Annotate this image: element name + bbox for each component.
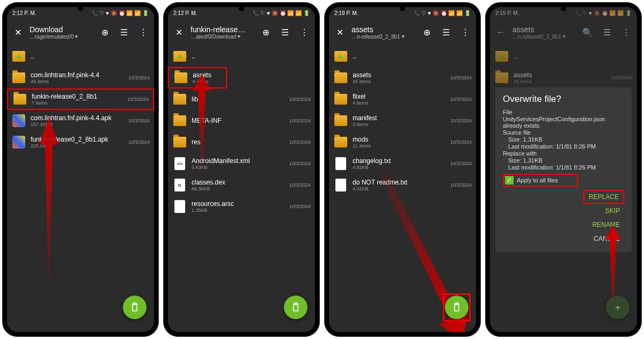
- status-time: 2:12 P. M.: [173, 10, 197, 16]
- list-item[interactable]: mods11 items 10/3/2024: [329, 131, 476, 153]
- repl-mod: Last modification: 1/1/81 8:26 PM: [503, 164, 624, 171]
- apply-all-row[interactable]: ✓ Apply to all files: [503, 174, 578, 187]
- list-item-up[interactable]: ..: [329, 46, 476, 67]
- overflow-icon[interactable]: ⋮: [297, 25, 312, 40]
- folder-icon: [12, 72, 25, 83]
- back-icon[interactable]: ←: [493, 25, 508, 40]
- checkbox-checked-icon[interactable]: ✓: [505, 176, 514, 185]
- folder-icon: [173, 94, 186, 105]
- list-item-highlighted[interactable]: assets6 items: [168, 67, 227, 89]
- title: Download: [30, 25, 93, 34]
- title-wrap[interactable]: assets …n-release0_2_8b1: [513, 25, 576, 40]
- overflow-icon[interactable]: ⋮: [458, 25, 473, 40]
- list-item-up[interactable]: ..: [490, 46, 637, 67]
- file-icon: [174, 200, 185, 213]
- folder-icon: [334, 72, 347, 83]
- chevron-down-icon: [401, 35, 405, 38]
- title-wrap[interactable]: assets …n-release0_2_8b1: [352, 25, 415, 40]
- list-item[interactable]: res 10/3/2024: [168, 131, 315, 153]
- subtitle: …n-release0_2_8b1: [352, 34, 415, 40]
- file-icon: [335, 179, 346, 191]
- cancel-button[interactable]: CANCEL: [589, 232, 624, 246]
- paste-fab[interactable]: [284, 296, 308, 319]
- camera-punch: [239, 6, 244, 11]
- phone-3: 2:19 P. M. 📞 ♡ ♥ 🔕 ⏰ 📶 📶 🔋 ✕ assets …n-r…: [324, 2, 481, 337]
- folder-up-icon: [495, 51, 508, 62]
- dialog-title: Overwrite file?: [503, 94, 624, 105]
- list-item[interactable]: changelog.txt4.82KB 10/3/2024: [329, 153, 476, 174]
- title: funkin-release…: [191, 25, 254, 34]
- list-item[interactable]: META-INF 10/3/2024: [168, 110, 315, 131]
- repl-size: Size: 1.31KB: [503, 157, 624, 164]
- status-time: 2:12 P. M.: [12, 10, 36, 16]
- status-icons: 📞 ♡ ♥ 🔕 ⏰ 📶 📶 🔋: [253, 10, 310, 16]
- list-item[interactable]: assets25 items 10/3/2024: [490, 67, 637, 89]
- title: assets: [513, 25, 576, 34]
- subtitle: …n-release0_2_8b1: [513, 34, 576, 40]
- replace-button[interactable]: REPLACE: [583, 190, 624, 204]
- add-icon[interactable]: ⊕: [419, 25, 434, 40]
- list-view-icon[interactable]: ☰: [116, 25, 131, 40]
- list-item[interactable]: com.linhtran.fnf.pink-4.445 items 10/3/2…: [7, 67, 154, 89]
- folder-icon: [334, 94, 347, 105]
- skip-button[interactable]: SKIP: [601, 204, 624, 218]
- chevron-down-icon: [237, 35, 240, 38]
- file-msg: UnityServicesProjectConfiguration.json a…: [503, 116, 624, 129]
- folder-icon: [173, 137, 186, 148]
- top-bar: ← assets …n-release0_2_8b1 🔍 ☰ ⋮: [490, 19, 637, 46]
- list-item[interactable]: com.linhtran.fnf.pink-4.4.apk157.41MB 10…: [7, 110, 154, 131]
- paste-fab[interactable]: [445, 296, 469, 319]
- list-item[interactable]: funkin-release0_2_8b1.apk225.54MB 10/3/2…: [7, 131, 154, 153]
- add-icon[interactable]: ⊕: [97, 25, 112, 40]
- folder-icon: [13, 94, 26, 105]
- rename-button[interactable]: RENAME: [588, 218, 624, 232]
- list-item[interactable]: manifest3 items 10/3/2024: [329, 110, 476, 131]
- list-item[interactable]: flixel4 items 10/3/2024: [329, 89, 476, 110]
- title-wrap[interactable]: Download …rage/emulated/0: [30, 25, 93, 40]
- close-icon[interactable]: ✕: [171, 25, 186, 40]
- overflow-icon[interactable]: ⋮: [136, 25, 151, 40]
- list-item[interactable]: resources.arsc1.35KB 10/3/2024: [168, 196, 315, 217]
- screen-3: 2:19 P. M. 📞 ♡ ♥ 🔕 ⏰ 📶 📶 🔋 ✕ assets …n-r…: [329, 7, 476, 332]
- add-icon[interactable]: ⊕: [258, 25, 273, 40]
- status-icons: 📞 ♡ ♥ 🔕 ⏰ 📶 📶 🔋: [414, 10, 471, 16]
- dialog-actions: REPLACE SKIP RENAME CANCEL: [503, 190, 624, 246]
- close-icon[interactable]: ✕: [332, 25, 347, 40]
- close-icon[interactable]: ✕: [10, 25, 25, 40]
- phone-2: 2:12 P. M. 📞 ♡ ♥ 🔕 ⏰ 📶 📶 🔋 ✕ funkin-rele…: [163, 2, 320, 337]
- folder-up-icon: [173, 51, 186, 62]
- top-bar: ✕ funkin-release… …ated/0/Download ⊕ ☰ ⋮: [168, 19, 315, 46]
- file-list: .. com.linhtran.fnf.pink-4.445 items 10/…: [7, 46, 154, 332]
- list-item-up[interactable]: ..: [7, 46, 154, 67]
- search-icon[interactable]: 🔍: [580, 25, 595, 40]
- folder-up-icon: [12, 51, 25, 62]
- src-label: Source file: [503, 129, 624, 136]
- camera-punch: [78, 6, 83, 11]
- screen-2: 2:12 P. M. 📞 ♡ ♥ 🔕 ⏰ 📶 📶 🔋 ✕ funkin-rele…: [168, 7, 315, 332]
- title-wrap[interactable]: funkin-release… …ated/0/Download: [191, 25, 254, 40]
- overflow-icon[interactable]: ⋮: [619, 25, 634, 40]
- src-size: Size: 1.31KB: [503, 136, 624, 143]
- file-icon: </>: [174, 157, 185, 170]
- list-item[interactable]: D classes.dex86.36KB 10/3/2024: [168, 174, 315, 196]
- list-item-up[interactable]: ..: [168, 46, 315, 67]
- paste-fab[interactable]: [123, 296, 147, 319]
- camera-punch: [400, 6, 405, 11]
- list-item[interactable]: do NOT readme.txt4.31KB 10/3/2024: [329, 174, 476, 196]
- top-bar: ✕ Download …rage/emulated/0 ⊕ ☰ ⋮: [7, 19, 154, 46]
- list-item[interactable]: assets25 items 10/3/2024: [329, 67, 476, 89]
- list-item[interactable]: </> AndroidManifest.xml3.63KB 10/3/2024: [168, 153, 315, 174]
- chevron-down-icon: [562, 35, 566, 38]
- list-view-icon[interactable]: ☰: [438, 25, 453, 40]
- list-view-icon[interactable]: ☰: [277, 25, 292, 40]
- file-list: .. assets25 items 10/3/2024 flixel4 item…: [329, 46, 476, 332]
- camera-punch: [561, 6, 566, 11]
- list-item[interactable]: lib 10/3/2024: [168, 89, 315, 110]
- status-time: 2:15 P. M.: [495, 10, 519, 16]
- repl-label: Replace with: [503, 150, 624, 157]
- title: assets: [352, 25, 415, 34]
- list-view-icon[interactable]: ☰: [599, 25, 614, 40]
- list-item-highlighted[interactable]: funkin-release0_2_8b17 items 10/3/2024: [7, 89, 154, 110]
- add-fab[interactable]: ＋: [606, 296, 630, 319]
- file-icon: D: [174, 179, 185, 191]
